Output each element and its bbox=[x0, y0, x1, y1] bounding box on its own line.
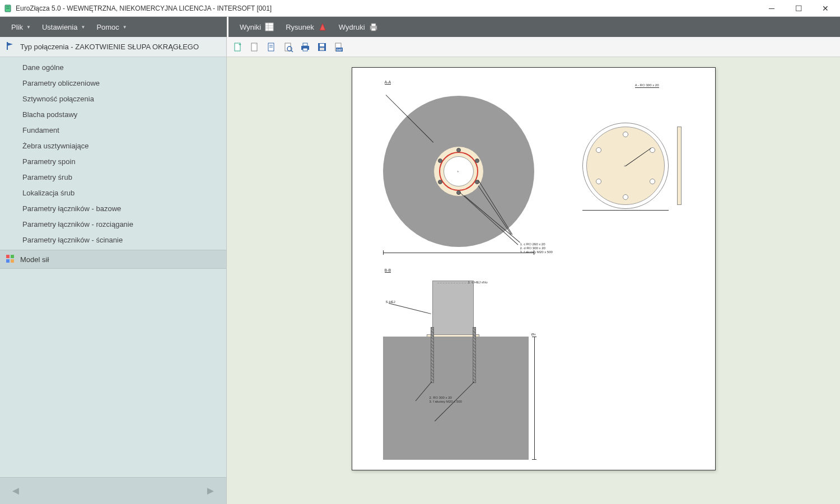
new-page-icon[interactable]: + bbox=[232, 41, 244, 53]
menu-settings[interactable]: Ustawienia ▼ bbox=[36, 17, 91, 37]
maximize-icon[interactable]: ☐ bbox=[792, 2, 805, 15]
bolt-hole bbox=[650, 179, 655, 184]
bolt-hole bbox=[596, 179, 601, 184]
center-mark: + bbox=[457, 169, 460, 174]
print-icon[interactable] bbox=[300, 41, 311, 53]
svg-text:DXF: DXF bbox=[337, 48, 342, 51]
menu-printouts[interactable]: Wydruki bbox=[333, 17, 384, 37]
menu-drawing[interactable]: Rysunek bbox=[280, 17, 333, 37]
body-split: Typ połączenia - ZAKOTWIENIE SŁUPA OKRĄG… bbox=[0, 37, 840, 504]
view-label-side: B-B bbox=[385, 268, 391, 273]
plate-detail-label: A - RO 300 x 20 bbox=[635, 83, 659, 88]
left-menu-bar: Plik ▼ Ustawienia ▼ Pomoc ▼ bbox=[0, 17, 227, 37]
svg-rect-10 bbox=[371, 28, 376, 31]
titlebar: EuroZłącza 5.0 - WEWNĘTRZNA, NIEKOMERCYJ… bbox=[0, 0, 840, 17]
sidebar-item-label: Parametry łączników - ścinanie bbox=[22, 236, 123, 244]
table-icon bbox=[264, 22, 274, 32]
annotation: 1. c HEJ sNo bbox=[468, 281, 488, 284]
menu-drawing-label: Rysunek bbox=[286, 23, 314, 31]
drawing-toolbar: + DXF bbox=[227, 37, 840, 57]
document-icon[interactable] bbox=[249, 41, 260, 53]
sidebar-item[interactable]: Lokalizacja śrub bbox=[0, 185, 226, 200]
sidebar-item[interactable]: Dane ogólne bbox=[0, 59, 226, 75]
sidebar-header-label: Typ połączenia - ZAKOTWIENIE SŁUPA OKRĄG… bbox=[20, 43, 199, 51]
sidebar-item[interactable]: Parametry śrub bbox=[0, 169, 226, 185]
dimension-line bbox=[383, 253, 534, 253]
window-controls: ─ ☐ ✕ bbox=[765, 2, 837, 15]
bolt bbox=[456, 148, 461, 152]
sidebar-item-label: Dane ogólne bbox=[22, 63, 64, 72]
bolt bbox=[438, 180, 442, 184]
menu-file[interactable]: Plik ▼ bbox=[6, 17, 36, 37]
model-icon bbox=[6, 254, 15, 265]
svg-rect-3 bbox=[265, 23, 273, 31]
sidebar-item[interactable]: Blacha podstawy bbox=[0, 106, 226, 122]
sidebar-item[interactable]: Parametry spoin bbox=[0, 153, 226, 169]
svg-line-26 bbox=[291, 50, 293, 52]
window-title: EuroZłącza 5.0 - WEWNĘTRZNA, NIEKOMERCYJ… bbox=[16, 4, 272, 12]
sidebar-section-model[interactable]: Model sił bbox=[0, 250, 226, 269]
dim-tick bbox=[534, 250, 534, 255]
menu-printouts-label: Wydruki bbox=[339, 23, 365, 31]
sidebar-item[interactable]: Parametry łączników - ścinanie bbox=[0, 232, 226, 248]
chevron-down-icon: ▼ bbox=[26, 25, 31, 30]
svg-rect-14 bbox=[11, 255, 14, 258]
svg-marker-12 bbox=[7, 43, 13, 46]
menu-file-label: Plik bbox=[11, 23, 23, 31]
annotation: 2. RO 300 x 203. f akotwy M20 x 500 bbox=[430, 396, 462, 404]
flag-icon bbox=[6, 41, 15, 52]
svg-rect-32 bbox=[320, 48, 324, 50]
sidebar-item-label: Lokalizacja śrub bbox=[22, 189, 74, 197]
ribbon-row: Plik ▼ Ustawienia ▼ Pomoc ▼ Wyniki Rysun… bbox=[0, 17, 840, 37]
cone-icon bbox=[318, 22, 328, 32]
drawing-area[interactable]: A-A A - RO 300 x 20 B-B + bbox=[227, 57, 840, 504]
anchor-bolt bbox=[473, 327, 476, 383]
sidebar-item[interactable]: Parametry obliczeniowe bbox=[0, 75, 226, 91]
sidebar-header[interactable]: Typ połączenia - ZAKOTWIENIE SŁUPA OKRĄG… bbox=[0, 37, 226, 57]
right-menu-bar: Wyniki Rysunek Wydruki bbox=[228, 17, 840, 37]
nav-next-icon[interactable]: ► bbox=[203, 483, 218, 499]
dim-label: Øn bbox=[531, 333, 536, 337]
sidebar-item[interactable]: Parametry łączników - bazowe bbox=[0, 200, 226, 216]
dim-tick bbox=[383, 250, 384, 255]
sidebar-item[interactable]: Parametry łączników - rozciąganie bbox=[0, 216, 226, 232]
sidebar-items: Dane ogólne Parametry obliczeniowe Sztyw… bbox=[0, 57, 226, 248]
sidebar-item-label: Parametry obliczeniowe bbox=[22, 79, 100, 87]
printer-icon bbox=[368, 22, 379, 32]
page-icon[interactable] bbox=[266, 41, 277, 53]
annotation: S-HEJ bbox=[386, 300, 395, 304]
svg-rect-29 bbox=[303, 48, 307, 51]
svg-rect-15 bbox=[6, 259, 10, 263]
column-elevation bbox=[432, 281, 474, 337]
view-label-top: A-A bbox=[385, 80, 391, 85]
menu-results[interactable]: Wyniki bbox=[234, 17, 280, 37]
preview-icon[interactable] bbox=[283, 41, 294, 53]
sidebar-item-label: Parametry spoin bbox=[22, 157, 76, 166]
menu-settings-label: Ustawienia bbox=[42, 23, 78, 31]
sidebar-item-label: Parametry łączników - bazowe bbox=[22, 204, 121, 213]
nav-prev-icon[interactable]: ◄ bbox=[8, 483, 24, 499]
sidebar-item-label: Blacha podstawy bbox=[22, 110, 77, 119]
bolt-hole bbox=[623, 132, 628, 137]
svg-rect-28 bbox=[303, 43, 307, 46]
leader-line bbox=[388, 303, 431, 314]
bolt bbox=[475, 158, 479, 163]
chevron-down-icon: ▼ bbox=[123, 25, 127, 30]
sidebar-item-label: Parametry łączników - rozciąganie bbox=[22, 220, 133, 228]
bolt-hole bbox=[623, 194, 628, 200]
svg-marker-7 bbox=[320, 24, 325, 30]
minimize-icon[interactable]: ─ bbox=[765, 2, 778, 15]
dimension-line bbox=[534, 337, 535, 460]
close-icon[interactable]: ✕ bbox=[819, 2, 832, 15]
dimension-line bbox=[582, 210, 669, 211]
sidebar-item[interactable]: Sztywność połączenia bbox=[0, 91, 226, 106]
sidebar-item-label: Parametry śrub bbox=[22, 173, 72, 181]
save-icon[interactable] bbox=[316, 41, 328, 53]
sidebar-item[interactable]: Żebra usztywniające bbox=[0, 138, 226, 153]
menu-help-label: Pomoc bbox=[96, 23, 119, 31]
menu-help[interactable]: Pomoc ▼ bbox=[91, 17, 132, 37]
chevron-down-icon: ▼ bbox=[81, 25, 85, 30]
sidebar-item[interactable]: Fundament bbox=[0, 122, 226, 138]
svg-text:+: + bbox=[239, 42, 241, 47]
dxf-export-icon[interactable]: DXF bbox=[333, 41, 344, 53]
